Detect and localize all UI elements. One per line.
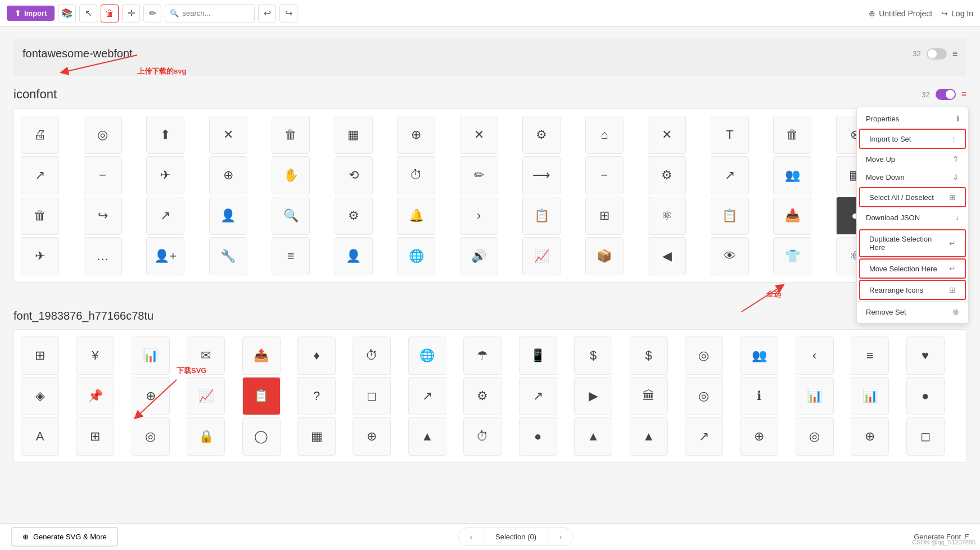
- icon-cell[interactable]: ●: [906, 377, 945, 415]
- login-button[interactable]: ↪ Log In: [941, 9, 973, 18]
- selection-left-button[interactable]: ‹: [459, 528, 484, 546]
- icon-cell[interactable]: ▦: [297, 417, 336, 456]
- icon-cell[interactable]: 🗑: [773, 116, 811, 154]
- icon-cell[interactable]: ⚙: [335, 197, 373, 235]
- icon-cell[interactable]: ↗: [519, 377, 557, 415]
- icon-cell[interactable]: 📈: [522, 237, 561, 275]
- icon-cell[interactable]: ↗: [685, 417, 723, 456]
- icon-cell[interactable]: 📊: [132, 337, 170, 375]
- icon-cell[interactable]: 🏛: [630, 377, 668, 415]
- icon-cell[interactable]: 🗑: [272, 116, 310, 154]
- icon-cell[interactable]: ⏱: [397, 156, 435, 194]
- icon-cell[interactable]: 🖨: [21, 116, 59, 154]
- icon-cell[interactable]: 🌐: [408, 337, 446, 375]
- icon-cell[interactable]: ▦: [335, 116, 373, 154]
- icon-cell[interactable]: ¥: [76, 337, 114, 375]
- icon-cell[interactable]: …: [84, 237, 122, 275]
- icon-cell[interactable]: 📋: [242, 377, 281, 415]
- icon-cell[interactable]: ✈: [21, 237, 59, 275]
- icon-cell[interactable]: 👕: [773, 237, 811, 275]
- icon-cell[interactable]: ▲: [574, 417, 612, 456]
- icon-cell[interactable]: ⊕: [740, 417, 778, 456]
- iconfont-toggle[interactable]: [936, 89, 956, 100]
- icon-cell[interactable]: 🔧: [209, 237, 247, 275]
- icon-cell[interactable]: ☂: [463, 337, 502, 375]
- icon-cell[interactable]: 📱: [519, 337, 557, 375]
- icon-cell[interactable]: $: [574, 337, 612, 375]
- panel-item-import-to-set[interactable]: Import to Set ↑: [859, 129, 966, 149]
- library-button[interactable]: 📚: [58, 4, 76, 22]
- icon-cell[interactable]: ↪: [84, 197, 122, 235]
- panel-item-move-down[interactable]: Move Down ⇓: [857, 168, 968, 186]
- edit-button[interactable]: ✏: [143, 4, 161, 22]
- icon-cell[interactable]: 👁: [711, 237, 749, 275]
- icon-cell[interactable]: 👤+: [146, 237, 184, 275]
- icon-cell[interactable]: 📦: [585, 237, 624, 275]
- icon-cell[interactable]: 🔊: [460, 237, 498, 275]
- icon-cell[interactable]: ◎: [132, 417, 170, 456]
- redo-button[interactable]: ↪: [279, 4, 297, 22]
- icon-cell[interactable]: 🔔: [397, 197, 435, 235]
- move-button[interactable]: ✛: [122, 4, 140, 22]
- icon-cell[interactable]: −: [585, 156, 624, 194]
- icon-cell[interactable]: ⟶: [522, 156, 561, 194]
- cursor-button[interactable]: ↖: [79, 4, 97, 22]
- icon-cell[interactable]: ⚙: [648, 156, 686, 194]
- icon-cell[interactable]: ‹: [796, 337, 834, 375]
- icon-cell[interactable]: ✈: [146, 156, 184, 194]
- fontawesome-menu-icon[interactable]: ≡: [952, 49, 958, 59]
- icon-cell[interactable]: ♦: [297, 337, 336, 375]
- icon-cell[interactable]: 👥: [740, 337, 778, 375]
- icon-cell[interactable]: ◻: [906, 417, 945, 456]
- icon-cell[interactable]: ▶: [574, 377, 612, 415]
- icon-cell[interactable]: ✕: [209, 116, 247, 154]
- icon-cell[interactable]: 🗑: [21, 197, 59, 235]
- icon-cell[interactable]: ⊕: [397, 116, 435, 154]
- icon-cell[interactable]: 📋: [522, 197, 561, 235]
- icon-cell[interactable]: ◎: [685, 337, 723, 375]
- icon-cell[interactable]: 🔒: [187, 417, 225, 456]
- icon-cell[interactable]: 📈: [187, 377, 225, 415]
- icon-cell[interactable]: ⟲: [335, 156, 373, 194]
- search-input[interactable]: [182, 9, 250, 17]
- icon-cell[interactable]: $: [630, 337, 668, 375]
- icon-cell[interactable]: ◎: [84, 116, 122, 154]
- icon-cell[interactable]: ▲: [630, 417, 668, 456]
- icon-cell[interactable]: ↗: [711, 156, 749, 194]
- icon-cell[interactable]: A: [21, 417, 59, 456]
- icon-cell[interactable]: ✉: [187, 337, 225, 375]
- icon-cell[interactable]: ↗: [408, 377, 446, 415]
- panel-item-remove-set[interactable]: Remove Set ⊗: [857, 303, 968, 321]
- icon-cell[interactable]: ⚙: [522, 116, 561, 154]
- icon-cell[interactable]: ◈: [21, 377, 59, 415]
- icon-cell[interactable]: 👥: [773, 156, 811, 194]
- icon-cell[interactable]: ✏: [460, 156, 498, 194]
- icon-cell[interactable]: 📌: [76, 377, 114, 415]
- icon-cell[interactable]: −: [84, 156, 122, 194]
- icon-cell[interactable]: ⊕: [209, 156, 247, 194]
- icon-cell[interactable]: ⊞: [76, 417, 114, 456]
- delete-button[interactable]: 🗑: [101, 4, 119, 22]
- icon-cell[interactable]: 👤: [335, 237, 373, 275]
- panel-item-move-up[interactable]: Move Up ⇑: [857, 150, 968, 168]
- icon-cell[interactable]: ?: [297, 377, 336, 415]
- icon-cell[interactable]: ›: [460, 197, 498, 235]
- icon-cell[interactable]: ≡: [851, 337, 889, 375]
- icon-cell[interactable]: ⊞: [585, 197, 624, 235]
- icon-cell[interactable]: 📋: [711, 197, 749, 235]
- icon-cell[interactable]: 📤: [242, 337, 281, 375]
- icon-cell[interactable]: ⊕: [132, 377, 170, 415]
- icon-cell[interactable]: 📊: [851, 377, 889, 415]
- icon-cell[interactable]: ≡: [272, 237, 310, 275]
- icon-cell[interactable]: 📊: [796, 377, 834, 415]
- icon-cell[interactable]: ▲: [408, 417, 446, 456]
- icon-cell[interactable]: ◀: [648, 237, 686, 275]
- icon-cell[interactable]: T: [711, 116, 749, 154]
- icon-cell[interactable]: ↗: [146, 197, 184, 235]
- panel-item-duplicate[interactable]: Duplicate Selection Here ↵: [859, 229, 966, 257]
- icon-cell[interactable]: ↗: [21, 156, 59, 194]
- icon-cell[interactable]: ⚛: [648, 197, 686, 235]
- icon-cell[interactable]: ⬆: [146, 116, 184, 154]
- panel-item-select-all[interactable]: Select All / Deselect ⊞: [859, 187, 966, 207]
- icon-cell[interactable]: 🌐: [397, 237, 435, 275]
